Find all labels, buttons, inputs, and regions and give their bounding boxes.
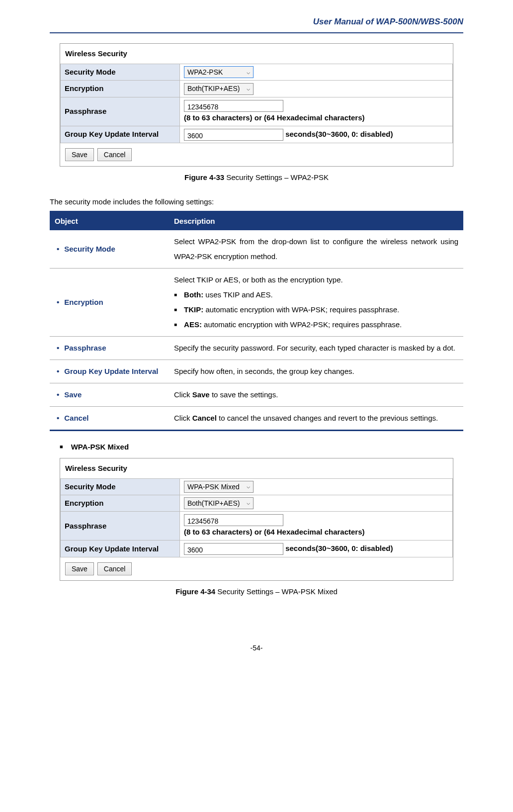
interval-label: Group Key Update Interval <box>61 541 180 557</box>
security-mode-value: WPA2-PSK <box>187 67 223 78</box>
save-button[interactable]: Save <box>65 562 94 575</box>
interval-hint: seconds(30~3600, 0: disabled) <box>285 544 393 552</box>
save-button[interactable]: Save <box>65 148 94 161</box>
encryption-label: Encryption <box>61 495 180 511</box>
settings-table: Security Mode WPA-PSK Mixed ⌵ Encryption… <box>60 478 453 557</box>
encryption-label: Encryption <box>61 81 180 97</box>
desc-encryption: Select TKIP or AES, or both as the encry… <box>169 268 463 336</box>
page-header-title: User Manual of WAP-500N/WBS-500N <box>50 15 463 32</box>
chevron-down-icon: ⌵ <box>247 482 250 491</box>
security-mode-label: Security Mode <box>61 64 180 81</box>
figure-label: Figure 4-33 <box>184 173 224 181</box>
figure-text: Security Settings – WPA-PSK Mixed <box>215 587 338 596</box>
header-object: Object <box>50 211 169 230</box>
passphrase-input[interactable]: 12345678 <box>184 100 283 112</box>
figure-caption-2: Figure 4-34 Security Settings – WPA-PSK … <box>50 586 463 598</box>
list-item: TKIP: automatic encryption with WPA-PSK;… <box>174 302 458 317</box>
section-header-wpapsk-mixed: WPA-PSK Mixed <box>60 441 463 453</box>
passphrase-label: Passphrase <box>61 512 180 541</box>
cancel-button[interactable]: Cancel <box>97 562 132 575</box>
passphrase-hint: (8 to 63 characters) or (64 Hexadecimal … <box>184 113 365 122</box>
interval-input[interactable]: 3600 <box>184 543 283 555</box>
button-row: Save Cancel <box>60 557 453 580</box>
object-security-mode: Security Mode <box>55 245 115 253</box>
panel-title: Wireless Security <box>60 44 453 64</box>
desc-passphrase: Specify the security password. For secur… <box>169 336 463 360</box>
object-save: Save <box>55 390 82 399</box>
figure-text: Security Settings – WPA2-PSK <box>224 173 329 181</box>
chevron-down-icon: ⌵ <box>247 84 250 93</box>
interval-hint: seconds(30~3600, 0: disabled) <box>285 130 393 138</box>
security-mode-label: Security Mode <box>61 478 180 495</box>
desc-save: Click Save to save the settings. <box>169 383 463 406</box>
chevron-down-icon: ⌵ <box>247 498 250 508</box>
interval-label: Group Key Update Interval <box>61 126 180 143</box>
object-cancel: Cancel <box>55 414 88 422</box>
desc-interval: Specify how often, in seconds, the group… <box>169 360 463 383</box>
figure-caption-1: Figure 4-33 Security Settings – WPA2-PSK <box>50 172 463 183</box>
security-mode-dropdown[interactable]: WPA-PSK Mixed ⌵ <box>184 481 254 493</box>
encryption-value: Both(TKIP+AES) <box>187 498 240 509</box>
panel-title: Wireless Security <box>60 458 453 478</box>
passphrase-input[interactable]: 12345678 <box>184 514 283 526</box>
header-rule <box>50 32 463 33</box>
button-row: Save Cancel <box>60 143 453 166</box>
cancel-button[interactable]: Cancel <box>97 148 132 161</box>
encryption-value: Both(TKIP+AES) <box>187 83 240 94</box>
desc-security-mode: Select WPA2-PSK from the drop-down list … <box>169 230 463 269</box>
passphrase-hint: (8 to 63 characters) or (64 Hexadecimal … <box>184 528 365 536</box>
encryption-dropdown[interactable]: Both(TKIP+AES) ⌵ <box>184 83 254 95</box>
object-interval: Group Key Update Interval <box>55 367 158 375</box>
security-mode-dropdown[interactable]: WPA2-PSK ⌵ <box>184 66 254 78</box>
object-passphrase: Passphrase <box>55 344 106 352</box>
object-encryption: Encryption <box>55 298 103 306</box>
interval-input[interactable]: 3600 <box>184 129 283 141</box>
security-panel-wpapsk-mixed: Wireless Security Security Mode WPA-PSK … <box>60 458 453 581</box>
desc-encryption-intro: Select TKIP or AES, or both as the encry… <box>174 275 343 284</box>
list-item: Both: uses TKIP and AES. <box>174 287 458 302</box>
desc-cancel: Click Cancel to cancel the unsaved chang… <box>169 406 463 430</box>
page-number: -54- <box>50 642 463 653</box>
encryption-dropdown[interactable]: Both(TKIP+AES) ⌵ <box>184 497 254 509</box>
description-table: Object Description Security Mode Select … <box>50 211 463 431</box>
passphrase-label: Passphrase <box>61 97 180 126</box>
intro-text: The security mode includes the following… <box>50 196 463 208</box>
security-panel-wpa2psk: Wireless Security Security Mode WPA2-PSK… <box>60 43 453 166</box>
chevron-down-icon: ⌵ <box>247 68 250 77</box>
figure-label: Figure 4-34 <box>175 587 215 596</box>
header-description: Description <box>169 211 463 230</box>
settings-table: Security Mode WPA2-PSK ⌵ Encryption Both… <box>60 64 453 143</box>
list-item: AES: automatic encryption with WPA2-PSK;… <box>174 317 458 332</box>
security-mode-value: WPA-PSK Mixed <box>187 481 240 492</box>
